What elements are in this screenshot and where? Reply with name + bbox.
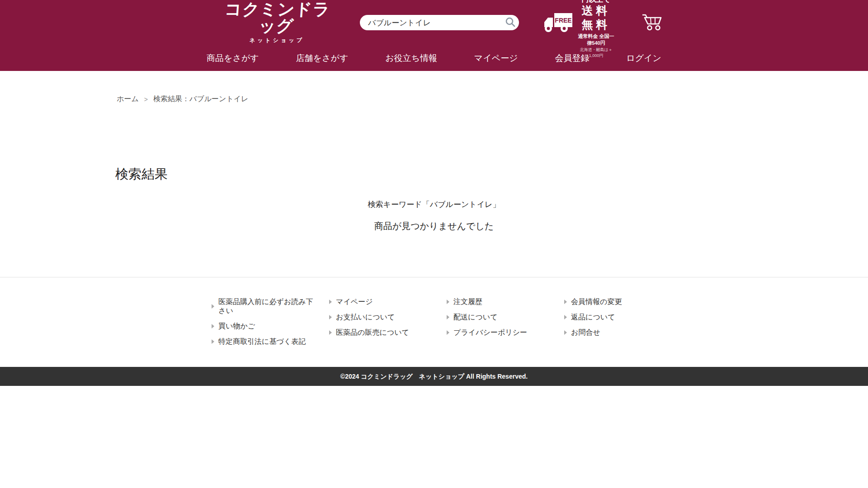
shipping-threshold: 税込3,000円以上で	[577, 0, 615, 4]
footer-link-read-before-purchase[interactable]: 医薬品購入前に必ずお読み下さい	[199, 297, 316, 315]
shipping-normal-fee: 通常料金 全国一律540円	[577, 33, 615, 47]
copyright-bar: ©2024 コクミンドラッグ ネットショップ All Rights Reserv…	[0, 367, 868, 386]
arrow-icon	[564, 300, 567, 304]
site-header: コクミンドラッグ ネットショップ FREE	[0, 0, 868, 71]
site-footer: 医薬品購入前に必ずお読み下さい 買い物かご 特定商取引法に基づく表記 マイページ…	[0, 277, 868, 367]
arrow-icon	[212, 339, 214, 344]
arrow-icon	[212, 324, 214, 328]
site-logo[interactable]: コクミンドラッグ ネットショップ	[224, 1, 330, 44]
cart-button[interactable]	[642, 13, 662, 33]
page-title: 検索結果	[115, 166, 868, 182]
nav-item-mypage[interactable]: マイページ	[473, 52, 519, 64]
shipping-free-label: 送料無料	[577, 4, 615, 32]
arrow-icon	[212, 304, 214, 309]
nav-item-search-products[interactable]: 商品をさがす	[206, 52, 260, 64]
shipping-remote-fee: 北海道・離島は＋1,000円	[577, 47, 615, 59]
arrow-icon	[447, 315, 449, 319]
arrow-icon	[564, 330, 567, 335]
arrow-icon	[447, 330, 449, 335]
footer-column-4: 会員情報の変更 返品について お問合せ	[552, 297, 669, 346]
footer-link-shopping-cart[interactable]: 買い物かご	[199, 322, 316, 331]
search-icon	[505, 16, 516, 28]
footer-link-payment[interactable]: お支払いについて	[316, 313, 434, 322]
arrow-icon	[329, 315, 332, 319]
footer-link-privacy-policy[interactable]: プライバシーポリシー	[434, 328, 552, 337]
search-keyword-text: 検索キーワード「バブルーントイレ」	[0, 199, 868, 210]
logo-title: コクミンドラッグ	[222, 1, 331, 34]
arrow-icon	[329, 300, 332, 304]
footer-column-3: 注文履歴 配送について プライバシーポリシー	[434, 297, 552, 346]
search-bar	[360, 15, 519, 30]
cart-icon	[642, 13, 662, 31]
header-top: コクミンドラッグ ネットショップ FREE	[206, 0, 662, 45]
nav-item-login[interactable]: ログイン	[625, 52, 662, 64]
no-results-message: 商品が見つかりませんでした	[0, 220, 868, 232]
breadcrumb-current: 検索結果：バブルーントイレ	[153, 94, 249, 104]
footer-link-returns[interactable]: 返品について	[552, 313, 669, 322]
footer-link-delivery[interactable]: 配送について	[434, 313, 552, 322]
footer-link-contact[interactable]: お問合せ	[552, 328, 669, 337]
breadcrumb-home-link[interactable]: ホーム	[117, 94, 139, 104]
truck-free-badge: FREE	[555, 17, 571, 24]
free-shipping-banner: FREE 税込3,000円以上で 送料無料 通常料金 全国一律540円 北海道・…	[543, 0, 615, 59]
footer-link-drug-sales[interactable]: 医薬品の販売について	[316, 328, 434, 337]
footer-link-order-history[interactable]: 注文履歴	[434, 297, 552, 306]
footer-column-2: マイページ お支払いについて 医薬品の販売について	[316, 297, 434, 346]
breadcrumb-separator: >	[144, 96, 148, 103]
shipping-text: 税込3,000円以上で 送料無料 通常料金 全国一律540円 北海道・離島は＋1…	[577, 0, 615, 59]
arrow-icon	[329, 330, 332, 335]
copyright-text: ©2024 コクミンドラッグ ネットショップ All Rights Reserv…	[340, 373, 528, 380]
search-results-section: 検索結果 検索キーワード「バブルーントイレ」 商品が見つかりませんでした	[0, 166, 868, 277]
logo-subtitle: ネットショップ	[224, 37, 330, 44]
footer-link-member-info[interactable]: 会員情報の変更	[552, 297, 669, 306]
footer-link-mypage[interactable]: マイページ	[316, 297, 434, 306]
truck-icon: FREE	[543, 12, 572, 33]
arrow-icon	[564, 315, 567, 319]
breadcrumb: ホーム > 検索結果：バブルーントイレ	[0, 71, 868, 104]
search-input[interactable]	[360, 15, 519, 30]
footer-link-commercial-law[interactable]: 特定商取引法に基づく表記	[199, 337, 316, 346]
footer-link-columns: 医薬品購入前に必ずお読み下さい 買い物かご 特定商取引法に基づく表記 マイページ…	[199, 297, 669, 346]
footer-column-1: 医薬品購入前に必ずお読み下さい 買い物かご 特定商取引法に基づく表記	[199, 297, 316, 346]
arrow-icon	[447, 300, 449, 304]
nav-item-find-stores[interactable]: 店舗をさがす	[295, 52, 349, 64]
nav-item-useful-info[interactable]: お役立ち情報	[384, 52, 438, 64]
search-button[interactable]	[504, 16, 517, 29]
